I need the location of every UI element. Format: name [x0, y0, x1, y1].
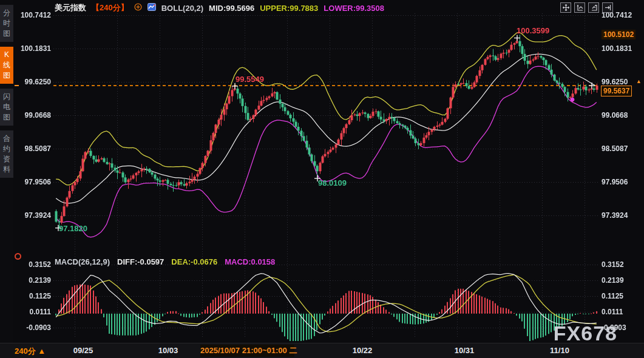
- macd-axis-left-label: 0.2139: [17, 276, 51, 285]
- price-axis-left-label: 99.6250: [17, 78, 51, 86]
- price-axis-right-label: 100.1831: [602, 44, 636, 53]
- price-axis-right-label: 99.6250: [602, 78, 636, 86]
- time-axis-label: 10/31: [437, 346, 492, 355]
- scale-left-axis-icon[interactable]: [574, 2, 585, 13]
- annotation-swing-low: 98.0109: [318, 178, 347, 187]
- scale-right-axis-icon[interactable]: [588, 2, 599, 13]
- time-axis-label: 10/22: [335, 346, 390, 355]
- price-axis-left-label: 97.3924: [17, 211, 51, 220]
- left-sidebar: 分 时 图K 线 图闪 电 图合 约 资 料: [0, 0, 13, 343]
- annotation-swing-high: 100.3599: [517, 26, 549, 35]
- boll-mid-value: MID:99.5696: [209, 4, 254, 13]
- macd-dea-value: DEA:-0.0676: [171, 257, 217, 266]
- sidebar-item-0[interactable]: 分 时 图: [0, 5, 13, 42]
- add-indicator-icon[interactable]: [134, 3, 142, 13]
- price-axis-left-label: 100.7412: [17, 11, 51, 19]
- current-price-left-tick: [15, 85, 19, 86]
- chart-toolbar: [560, 2, 613, 13]
- band-high-axis-tag: 100.5102: [602, 30, 636, 39]
- macd-indicator-label: MACD(26,12,9): [55, 257, 110, 266]
- jump-to-latest-icon[interactable]: [602, 2, 613, 13]
- time-axis-label: 11/10: [532, 346, 587, 355]
- annotation-swing-high: 99.5549: [236, 75, 264, 84]
- macd-axis-left-label: 0.1125: [17, 292, 51, 300]
- time-axis-label: 10/03: [141, 346, 195, 355]
- macd-axis-right-label: 0.1125: [602, 292, 636, 300]
- macd-axis-right-label: 0.2139: [602, 276, 636, 285]
- time-axis-bar: 240分 ▲ 2025/10/07 21:00~01:00 二 09/2510/…: [0, 343, 644, 358]
- boll-lower-value: LOWER:99.3508: [324, 4, 384, 13]
- price-axis-left-label: 99.0668: [17, 111, 51, 120]
- move-crosshair-icon[interactable]: [560, 2, 571, 13]
- sidebar-item-1[interactable]: K 线 图: [0, 47, 13, 84]
- price-axis-left-label: 98.5087: [17, 144, 51, 153]
- selected-candle-time: 2025/10/07 21:00~01:00 二: [200, 345, 294, 357]
- macd-pane-icon[interactable]: [15, 253, 21, 260]
- current-price-axis-tag: 99.5637: [601, 86, 632, 96]
- macd-axis-right-label: 0.3152: [602, 260, 636, 269]
- period-selector[interactable]: 240分 ▲: [15, 346, 46, 357]
- instrument-title: 美元指数: [55, 2, 86, 13]
- macd-axis-left-label: 0.0111: [17, 308, 51, 316]
- macd-hist-value: MACD:0.0158: [225, 257, 275, 266]
- price-axis-right-label: 97.3924: [602, 211, 636, 220]
- price-axis-right-label: 97.9506: [602, 178, 636, 186]
- chart-type-icon[interactable]: [147, 3, 156, 13]
- macd-diff-value: DIFF:-0.0597: [117, 257, 164, 266]
- price-axis-left-label: 97.9506: [17, 178, 51, 186]
- time-axis-label: 09/25: [56, 346, 110, 355]
- chart-header: 美元指数 【240分】 BOLL(20,2) MID:99.5696 UPPER…: [55, 2, 384, 13]
- interval-label: 【240分】: [92, 2, 129, 13]
- price-axis-right-label: 98.5087: [602, 144, 636, 153]
- boll-indicator-label: BOLL(20,2): [161, 4, 203, 13]
- watermark-logo: FX678: [554, 322, 617, 345]
- price-up-arrow-icon: ▲: [636, 78, 642, 84]
- boll-upper-value: UPPER:99.7883: [260, 4, 318, 13]
- macd-axis-left-label: -0.0903: [17, 323, 51, 332]
- sidebar-item-3[interactable]: 合 约 资 料: [0, 130, 13, 178]
- macd-header: MACD(26,12,9) DIFF:-0.0597 DEA:-0.0676 M…: [55, 257, 275, 266]
- annotation-swing-low: 97.1820: [59, 224, 87, 233]
- price-axis-right-label: 99.0668: [602, 111, 636, 120]
- macd-axis-left-label: 0.3152: [17, 260, 51, 269]
- chart-window: 分 时 图K 线 图闪 电 图合 约 资 料 美元指数 【240分】 BOLL(…: [0, 0, 644, 358]
- macd-axis-right-label: 0.0111: [602, 308, 636, 316]
- sidebar-item-2[interactable]: 闪 电 图: [0, 89, 13, 126]
- price-axis-left-label: 100.1831: [17, 44, 51, 53]
